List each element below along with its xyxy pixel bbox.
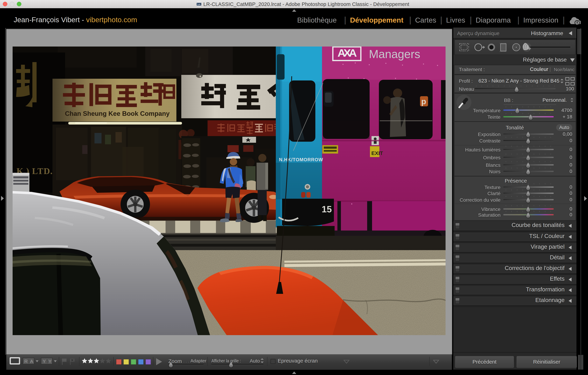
svg-text:EXIT: EXIT	[371, 150, 383, 156]
svg-text:15: 15	[322, 204, 332, 214]
svg-text:AXA: AXA	[337, 47, 357, 59]
svg-text:Managers: Managers	[369, 48, 420, 61]
svg-text:Chan Sheung Kee Book Company: Chan Sheung Kee Book Company	[65, 110, 170, 117]
svg-text:N.HK/TOMORROW: N.HK/TOMORROW	[279, 157, 323, 162]
svg-text:p: p	[421, 97, 426, 106]
